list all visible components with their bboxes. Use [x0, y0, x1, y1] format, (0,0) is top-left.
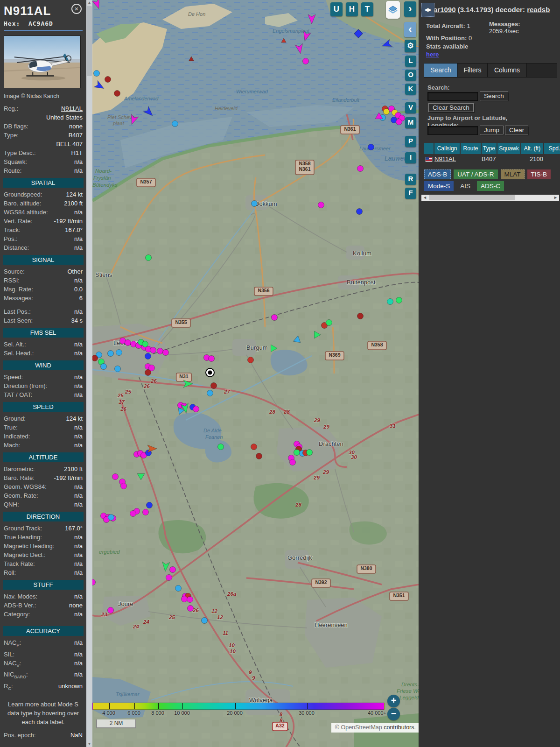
map[interactable]: LeeuwardenBurgumDokkumKollumBuitenpostDr…	[92, 0, 419, 747]
map-button-L[interactable]: L	[405, 56, 416, 67]
aircraft-dot[interactable]	[357, 209, 363, 215]
aircraft-dot[interactable]	[157, 348, 163, 354]
map-button-‹[interactable]: ‹	[404, 22, 416, 37]
aircraft-dot[interactable]	[252, 201, 258, 207]
aircraft-dot[interactable]	[143, 509, 149, 515]
aircraft-dot[interactable]	[209, 356, 215, 362]
aircraft-dot[interactable]	[112, 474, 119, 480]
aircraft-dot[interactable]	[116, 350, 122, 356]
aircraft-dot[interactable]	[145, 370, 151, 376]
table-row[interactable]: N911ALB4072100	[424, 154, 560, 163]
aircraft-dot[interactable]	[94, 70, 100, 77]
aircraft-dot[interactable]	[202, 618, 208, 624]
aircraft-dot[interactable]	[290, 459, 296, 465]
column-header[interactable]: Type	[482, 143, 497, 154]
sidebar-scrollbar[interactable]: ▲ ▼	[86, 0, 92, 747]
map-button-P[interactable]: P	[405, 136, 416, 147]
tab-columns[interactable]: Columns	[488, 63, 527, 77]
map-button-M[interactable]: M	[405, 117, 416, 128]
aircraft-dot[interactable]	[256, 453, 262, 459]
badge-mlat[interactable]: MLAT	[501, 169, 525, 179]
map-button-H[interactable]: H	[346, 2, 358, 16]
aircraft-dot[interactable]	[130, 511, 136, 517]
badge-tis-b[interactable]: TIS-B	[527, 169, 551, 179]
map-button-V[interactable]: V	[405, 102, 416, 113]
aircraft-dot[interactable]	[147, 502, 153, 508]
badge-uat-ads-r[interactable]: UAT / ADS-R	[454, 169, 497, 179]
column-header[interactable]: Callsign	[434, 143, 460, 154]
search-input[interactable]	[427, 92, 478, 101]
aircraft-dot[interactable]	[108, 351, 114, 357]
scroll-right-icon[interactable]: ►	[553, 195, 558, 201]
aircraft-dot[interactable]	[368, 144, 374, 150]
aircraft-dot[interactable]	[218, 444, 224, 450]
readsb-link[interactable]: readsb	[527, 6, 550, 14]
aircraft-dot[interactable]	[188, 606, 194, 612]
aircraft-dot[interactable]	[142, 341, 148, 347]
aircraft-dot[interactable]	[105, 77, 111, 83]
table-hscrollbar[interactable]: ◄ ►	[421, 195, 559, 201]
aircraft-dot[interactable]	[357, 313, 364, 319]
search-button[interactable]: Search	[480, 92, 508, 100]
here-link[interactable]: here	[426, 51, 439, 58]
layers-button[interactable]	[386, 1, 400, 19]
tab-search[interactable]: Search	[424, 63, 458, 77]
tab-filters[interactable]: Filters	[458, 63, 488, 77]
aircraft-dot[interactable]	[303, 58, 309, 64]
aircraft-dot[interactable]	[170, 567, 176, 573]
map-button-T[interactable]: T	[361, 2, 373, 16]
jump-button[interactable]: Jump	[480, 126, 504, 134]
column-header[interactable]: Spd.	[544, 143, 560, 154]
aircraft-dot[interactable]	[150, 347, 156, 353]
aircraft-dot[interactable]	[387, 299, 393, 305]
registration-link[interactable]: N911AL	[61, 104, 83, 113]
aircraft-dot[interactable]	[92, 355, 98, 361]
column-header[interactable]	[424, 143, 434, 154]
aircraft-dot[interactable]	[115, 366, 121, 372]
scrollbar-thumb[interactable]	[87, 6, 92, 76]
aircraft-dot[interactable]	[146, 255, 152, 261]
zoom-in-button[interactable]: +	[387, 695, 400, 707]
aircraft-dot[interactable]	[307, 450, 313, 456]
map-button-O[interactable]: O	[405, 70, 416, 81]
aircraft-dot[interactable]	[211, 383, 217, 389]
map-button-I[interactable]: I	[405, 152, 416, 163]
aircraft-dot[interactable]	[357, 166, 364, 172]
aircraft-dot[interactable]	[318, 202, 324, 208]
badge-mode-s[interactable]: Mode-S	[424, 181, 454, 191]
aircraft-dot[interactable]	[396, 297, 402, 303]
zoom-out-button[interactable]: −	[387, 708, 400, 720]
osm-link[interactable]: © OpenStreetMap	[335, 724, 382, 731]
scroll-up-icon[interactable]: ▲	[86, 0, 92, 6]
scroll-down-icon[interactable]: ▼	[86, 741, 92, 747]
aircraft-dot[interactable]	[251, 444, 257, 450]
aircraft-dot[interactable]	[396, 119, 402, 125]
aircraft-dot[interactable]	[175, 585, 182, 592]
map-button-›[interactable]: ›	[404, 1, 416, 17]
column-header[interactable]: Route	[461, 143, 481, 154]
aircraft-dot[interactable]	[294, 450, 300, 456]
badge-ads-b[interactable]: ADS-B	[424, 169, 451, 179]
aircraft-dot[interactable]	[121, 483, 127, 489]
aircraft-dot[interactable]	[108, 607, 114, 613]
panel-toggle-button[interactable]: ◀▶	[421, 3, 434, 17]
close-icon[interactable]: ×	[71, 4, 82, 14]
aircraft-dot[interactable]	[108, 514, 114, 521]
map-button-settings[interactable]: ⚙	[405, 40, 416, 52]
aircraft-dot[interactable]	[125, 340, 131, 346]
aircraft-dot[interactable]	[187, 597, 193, 603]
jump-input[interactable]	[427, 126, 478, 135]
aircraft-dot[interactable]	[272, 315, 278, 321]
tar1090-link[interactable]: tar1090	[431, 6, 456, 14]
map-button-U[interactable]: U	[330, 2, 343, 16]
badge-ais[interactable]: AIS	[456, 181, 474, 191]
aircraft-dot[interactable]	[101, 364, 107, 370]
jump-clear-button[interactable]: Clear	[505, 126, 528, 134]
clear-search-button[interactable]: Clear Search	[428, 103, 474, 112]
callsign-cell[interactable]: N911AL	[434, 155, 460, 163]
map-button-F[interactable]: F	[405, 188, 416, 199]
aircraft-dot[interactable]	[326, 320, 332, 326]
column-header[interactable]: Squawk	[497, 143, 520, 154]
aircraft-dot[interactable]	[193, 406, 199, 412]
column-header[interactable]: Alt. (ft)	[521, 143, 543, 154]
